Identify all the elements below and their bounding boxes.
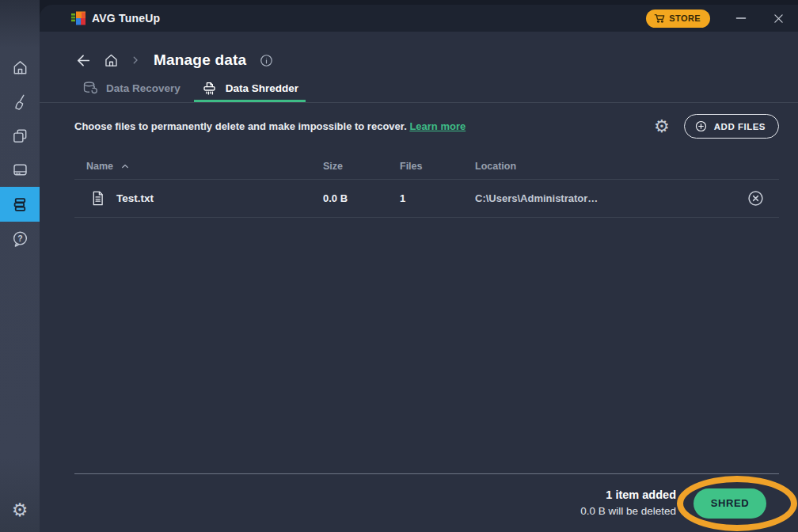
file-name-cell: Test.txt: [74, 190, 323, 207]
shredder-settings-gear-icon[interactable]: ⚙: [654, 118, 670, 135]
data-shredder-icon: [201, 80, 218, 97]
toolbar: Choose files to permanently delete and m…: [40, 103, 798, 148]
svg-text:?: ?: [17, 234, 22, 243]
sidebar-item-home[interactable]: [0, 51, 40, 85]
shred-button[interactable]: SHRED: [694, 488, 766, 519]
description-text: Choose files to permanently delete and m…: [74, 120, 466, 132]
items-added-text: 1 item added: [580, 486, 676, 504]
minimize-icon: [734, 11, 748, 25]
file-count: 1: [400, 192, 475, 204]
chevron-right-icon: [130, 55, 141, 66]
table-header-row: Name Size Files Location: [74, 153, 779, 180]
back-button[interactable]: [74, 51, 93, 70]
remove-circle-x-icon: [747, 189, 765, 207]
plus-circle-icon: [694, 120, 708, 133]
help-icon: ?: [11, 230, 29, 248]
tab-bar: Data Recovery Data Shredder: [40, 77, 798, 103]
home-icon: [11, 59, 29, 77]
breadcrumb: Manage data: [40, 32, 798, 72]
toolbar-actions: ⚙ ADD FILES: [654, 114, 779, 139]
size-to-delete-text: 0.0 B will be deleted: [580, 504, 676, 520]
table-row: Test.txt 0.0 B 1 C:\Users\Administrator…: [74, 180, 779, 218]
data-recovery-icon: [82, 80, 98, 97]
main-panel: AVG TuneUp STORE Manage data: [40, 5, 798, 532]
home-icon: [103, 52, 120, 69]
sidebar-item-programs[interactable]: [0, 119, 40, 153]
tab-label: Data Recovery: [106, 82, 180, 94]
info-icon[interactable]: [259, 53, 274, 68]
sidebar-item-cleaning[interactable]: [0, 85, 40, 119]
breadcrumb-home-button[interactable]: [103, 52, 120, 69]
page-title: Manage data: [154, 51, 246, 69]
column-header-size[interactable]: Size: [323, 161, 400, 172]
sidebar-item-disk[interactable]: [0, 153, 40, 187]
column-header-name[interactable]: Name: [74, 161, 323, 172]
drive-icon: [11, 161, 29, 179]
footer: 1 item added 0.0 B will be deleted SHRED: [74, 473, 779, 532]
stack-icon: [11, 196, 29, 214]
selection-summary: 1 item added 0.0 B will be deleted: [580, 486, 676, 520]
file-size: 0.0 B: [323, 192, 400, 204]
close-icon: [772, 12, 785, 25]
column-header-files[interactable]: Files: [400, 161, 475, 172]
empty-space: [40, 218, 798, 473]
sidebar-item-manage-data[interactable]: [0, 187, 40, 222]
remove-item-button[interactable]: [747, 189, 765, 207]
store-label: STORE: [669, 13, 701, 23]
content-area: Manage data Data Recovery Data Shredder: [40, 32, 798, 532]
file-table: Name Size Files Location Test.txt 0.0 B …: [74, 153, 779, 218]
cart-icon: [654, 13, 665, 24]
document-icon: [90, 190, 105, 207]
learn-more-link[interactable]: Learn more: [409, 120, 466, 132]
broom-icon: [11, 93, 29, 111]
sidebar: ? ⚙: [0, 0, 40, 532]
file-name: Test.txt: [116, 192, 154, 204]
avg-logo: [71, 11, 86, 25]
app-title: AVG TuneUp: [92, 12, 160, 25]
sort-asc-icon: [120, 162, 130, 171]
back-arrow-icon: [74, 51, 93, 70]
add-files-button[interactable]: ADD FILES: [684, 114, 779, 139]
titlebar: AVG TuneUp STORE: [40, 5, 798, 32]
file-location: C:\Users\Administrator…: [475, 192, 732, 204]
tab-data-recovery[interactable]: Data Recovery: [74, 77, 188, 102]
store-button[interactable]: STORE: [646, 10, 710, 28]
close-button[interactable]: [772, 12, 785, 25]
add-files-label: ADD FILES: [714, 122, 766, 131]
tab-label: Data Shredder: [226, 82, 298, 94]
tab-data-shredder[interactable]: Data Shredder: [194, 77, 306, 102]
sidebar-item-help[interactable]: ?: [0, 222, 40, 256]
settings-gear-icon[interactable]: ⚙: [12, 501, 28, 519]
windows-icon: [11, 127, 29, 145]
minimize-button[interactable]: [734, 11, 748, 25]
column-header-location[interactable]: Location: [475, 161, 732, 172]
